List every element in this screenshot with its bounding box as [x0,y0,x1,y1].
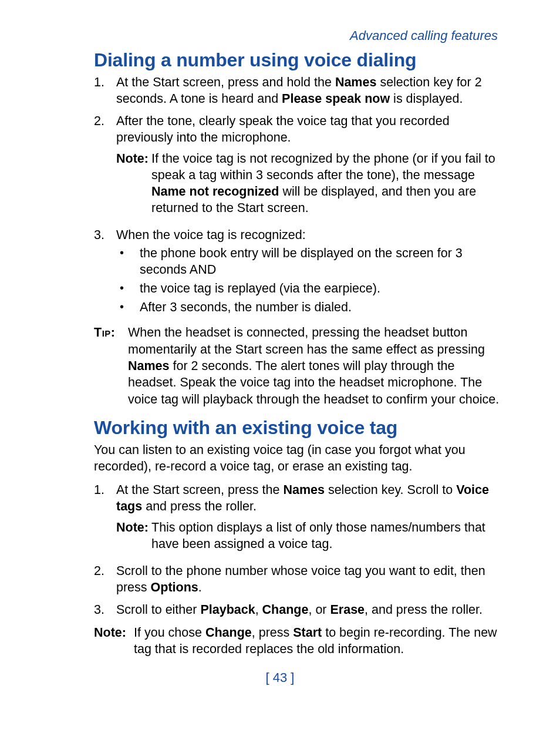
heading-dialing: Dialing a number using voice dialing [94,49,501,71]
text-run: the voice tag is replayed (via the earpi… [140,281,380,297]
note-label: Note: [116,520,151,553]
tip-label: Tip: [94,325,115,339]
tip-block: Tip: When the headset is connected, pres… [94,324,501,408]
bold-run: Playback [200,603,255,617]
text-run: is displayed. [390,92,463,106]
bold-run: Please speak now [282,92,390,106]
bold-run: Name not recognized [151,184,279,199]
section1-body: 1. At the Start screen, press and hold t… [94,75,501,318]
list-item: 3. When the voice tag is recognized: the… [94,227,501,319]
text-run: Scroll to either [116,603,200,617]
bullet-item: the phone book entry will be displayed o… [116,246,501,278]
heading-working: Working with an existing voice tag [94,417,501,439]
step-number: 3. [94,227,116,319]
step-number: 2. [94,113,116,221]
list-item: 1. At the Start screen, press the Names … [94,482,501,557]
bullet-item: After 3 seconds, the number is dialed. [116,300,501,316]
text-run: After 3 seconds, the number is dialed. [140,300,352,316]
text-run: and press the roller. [142,499,257,513]
text-run: When the headset is connected, pressing … [128,325,485,356]
note-body: This option displays a list of only thos… [151,520,501,553]
bold-run: Change [205,626,252,640]
text-run: , and press the roller. [365,603,483,617]
page-number: [ 43 ] [59,670,501,685]
section2-body: 1. At the Start screen, press the Names … [94,482,501,618]
note-label: Note: [116,151,151,217]
text-run: the phone book entry will be displayed o… [140,246,501,278]
list-item: 2. After the tone, clearly speak the voi… [94,113,501,221]
text-run: for 2 seconds. The alert tones will play… [128,359,499,406]
text-run: If the voice tag is not recognized by th… [151,152,495,182]
bold-run: Options [151,580,198,594]
document-page: Advanced calling features Dialing a numb… [0,0,560,703]
list-item: 3. Scroll to either Playback, Change, or… [94,602,501,618]
step-number: 1. [94,75,116,107]
list-item: 2. Scroll to the phone number whose voic… [94,563,501,596]
bold-run: Start [293,626,322,640]
note-block: Note: If the voice tag is not recognized… [116,151,501,217]
bullet-item: the voice tag is replayed (via the earpi… [116,281,501,297]
text-run: selection key. Scroll to [325,483,456,497]
bold-run: Names [128,359,170,373]
intro-text: You can listen to an existing voice tag … [94,442,501,475]
text-run: . [198,580,202,594]
bold-run: Names [283,483,325,497]
list-item: 1. At the Start screen, press and hold t… [94,75,501,107]
note-block: Note: If you chose Change, press Start t… [94,624,501,658]
text-run: When the voice tag is recognized: [116,228,306,242]
text-run: At the Start screen, press the [116,483,283,497]
step-number: 3. [94,602,116,618]
note-block: Note: This option displays a list of onl… [116,520,501,553]
text-run: At the Start screen, press and hold the [116,75,335,89]
note-label: Note: [94,624,134,658]
step-number: 2. [94,563,116,596]
bold-run: Change [262,603,309,617]
step-number: 1. [94,482,116,557]
text-run: , press [252,626,294,640]
text-run: , or [308,603,330,617]
bold-run: Names [335,75,377,89]
text-run: If you chose [134,626,205,640]
text-run: , [255,603,262,617]
bold-run: Erase [330,603,365,617]
text-run: After the tone, clearly speak the voice … [116,114,450,144]
section-label: Advanced calling features [59,28,501,43]
